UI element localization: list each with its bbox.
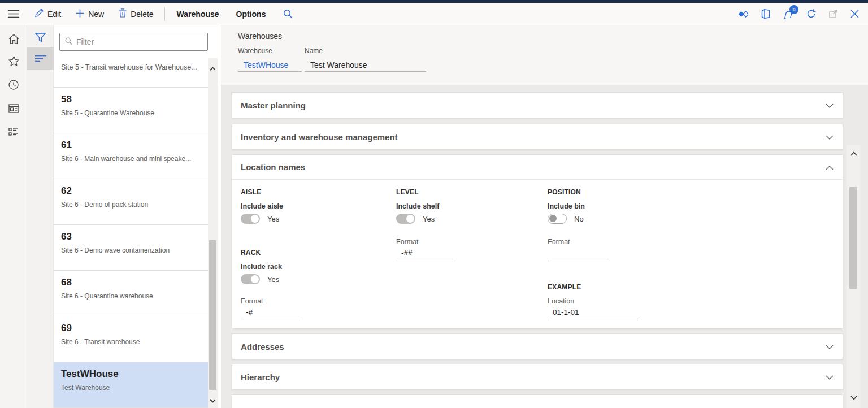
- scroll-down-icon[interactable]: [208, 395, 218, 406]
- section-title: Master planning: [241, 101, 306, 110]
- list-item-subtitle: Site 5 - Quarantine Warehouse: [61, 109, 204, 117]
- list-item-subtitle: Site 6 - Main warehouse and mini speake.…: [61, 155, 204, 163]
- scroll-up-icon[interactable]: [847, 148, 861, 159]
- group-position: POSITION: [548, 188, 581, 196]
- include-shelf-toggle[interactable]: [396, 214, 415, 224]
- level-format-input[interactable]: [396, 249, 455, 257]
- list-view-button-active[interactable]: [27, 47, 54, 70]
- modules-list-icon[interactable]: [0, 123, 27, 142]
- list-item-subtitle: Site 6 - Quarantine warehouse: [61, 292, 204, 300]
- include-aisle-label: Include aisle: [241, 202, 283, 210]
- list-item[interactable]: 68 Site 6 - Quarantine warehouse: [54, 271, 211, 316]
- chevron-down-icon: [826, 100, 834, 110]
- section-partial-card: [232, 394, 843, 408]
- section-header-inventory[interactable]: Inventory and warehouse management: [232, 124, 843, 149]
- chevron-down-icon: [826, 372, 834, 382]
- include-shelf-value: Yes: [423, 215, 435, 223]
- list-scrollbar-thumb[interactable]: [209, 240, 216, 390]
- notification-badge: 0: [789, 5, 798, 14]
- new-button[interactable]: New: [76, 9, 104, 19]
- filter-field[interactable]: [59, 33, 208, 51]
- close-icon[interactable]: [850, 10, 859, 18]
- tab-options[interactable]: Options: [236, 10, 266, 19]
- section-location-names: Location names AISLE Include aisle Yes R…: [232, 154, 843, 329]
- example-location-field: [548, 307, 638, 320]
- workspace-form-icon[interactable]: [0, 99, 27, 118]
- scroll-down-icon[interactable]: [847, 392, 861, 403]
- chevron-up-icon: [826, 162, 834, 172]
- list-item[interactable]: 58 Site 5 - Quarantine Warehouse: [54, 88, 211, 133]
- include-bin-toggle[interactable]: [548, 214, 567, 224]
- rack-format-label: Format: [241, 297, 263, 305]
- popout-icon[interactable]: [829, 10, 837, 18]
- section-title: Location names: [241, 162, 305, 172]
- notifications-icon[interactable]: 0: [783, 9, 793, 19]
- tab-warehouse[interactable]: Warehouse: [177, 10, 219, 19]
- dynamics-icon[interactable]: [738, 10, 748, 18]
- toggle-knob: [406, 215, 414, 223]
- include-bin-value: No: [574, 215, 584, 223]
- warehouse-field-input[interactable]: [238, 60, 302, 70]
- section-header-addresses[interactable]: Addresses: [232, 334, 843, 359]
- list-item[interactable]: Site 5 - Transit warehouse for Warehouse…: [54, 58, 211, 88]
- rack-format-input[interactable]: [241, 308, 300, 316]
- list-item[interactable]: 61 Site 6 - Main warehouse and mini spea…: [54, 133, 211, 179]
- section-addresses: Addresses: [232, 333, 843, 359]
- list-item-id: 61: [61, 139, 204, 151]
- list-item[interactable]: 69 Site 6 - Transit warehouse: [54, 316, 211, 362]
- favorites-star-icon[interactable]: [0, 51, 27, 71]
- include-shelf-label: Include shelf: [396, 202, 439, 210]
- scroll-up-icon[interactable]: [208, 63, 218, 74]
- include-aisle-toggle[interactable]: [241, 214, 260, 224]
- list-item-subtitle: Site 6 - Demo of pack station: [61, 201, 204, 209]
- section-inventory-warehouse-mgmt: Inventory and warehouse management: [232, 124, 843, 150]
- form-scroll-region: Master planning Inventory and warehouse …: [221, 85, 868, 408]
- rack-format-field: [241, 307, 300, 320]
- filter-funnel-icon[interactable]: [27, 28, 54, 47]
- list-item-id: 68: [61, 276, 204, 288]
- include-aisle-toggle-row: Yes: [241, 214, 279, 224]
- edit-label: Edit: [47, 10, 61, 19]
- search-icon[interactable]: [283, 9, 293, 19]
- list-item-id: TestWHouse: [61, 368, 204, 380]
- toolbar-divider: [164, 7, 165, 21]
- delete-button[interactable]: Delete: [119, 8, 153, 19]
- toggle-knob: [251, 215, 259, 223]
- main-scrollbar-thumb[interactable]: [849, 187, 857, 289]
- page-title: Warehouses: [238, 32, 282, 41]
- pencil-icon: [34, 8, 44, 19]
- position-format-input[interactable]: [548, 249, 607, 257]
- section-header-location-names[interactable]: Location names: [232, 155, 843, 180]
- main-content: Warehouses Warehouse Name Master plannin…: [221, 25, 868, 408]
- list-item-subtitle: Site 6 - Demo wave containerization: [61, 246, 204, 254]
- list-scrollbar[interactable]: [208, 58, 218, 408]
- office-app-icon[interactable]: [761, 9, 770, 19]
- group-rack: RACK: [241, 249, 261, 257]
- include-rack-toggle[interactable]: [241, 274, 260, 284]
- filter-input[interactable]: [76, 37, 207, 46]
- example-location-input[interactable]: [548, 308, 638, 316]
- edit-button[interactable]: Edit: [34, 8, 61, 19]
- name-field-input[interactable]: [305, 60, 426, 70]
- list-panel-toolbar: [27, 25, 54, 408]
- position-format-field: [548, 248, 607, 261]
- name-field: Name: [305, 47, 426, 72]
- list-item[interactable]: 63 Site 6 - Demo wave containerization: [54, 225, 211, 271]
- chevron-down-icon: [826, 341, 834, 351]
- home-icon[interactable]: [0, 29, 27, 49]
- example-location-label: Location: [548, 297, 574, 305]
- recent-clock-icon[interactable]: [0, 75, 27, 94]
- include-bin-toggle-row: No: [548, 214, 584, 224]
- refresh-icon[interactable]: [806, 9, 816, 19]
- list-item[interactable]: 62 Site 6 - Demo of pack station: [54, 179, 211, 225]
- main-scrollbar[interactable]: [847, 145, 861, 408]
- list-item-selected[interactable]: TestWHouse Test Warehouse: [54, 362, 211, 408]
- hamburger-menu-icon[interactable]: [0, 10, 27, 18]
- include-bin-label: Include bin: [548, 202, 585, 210]
- section-header-hierarchy[interactable]: Hierarchy: [232, 364, 843, 389]
- group-level: LEVEL: [396, 188, 419, 196]
- list-item-id: 62: [61, 185, 204, 197]
- section-header-master-planning[interactable]: Master planning: [232, 93, 843, 118]
- list-item-id: 69: [61, 322, 204, 334]
- chevron-down-icon: [826, 132, 834, 142]
